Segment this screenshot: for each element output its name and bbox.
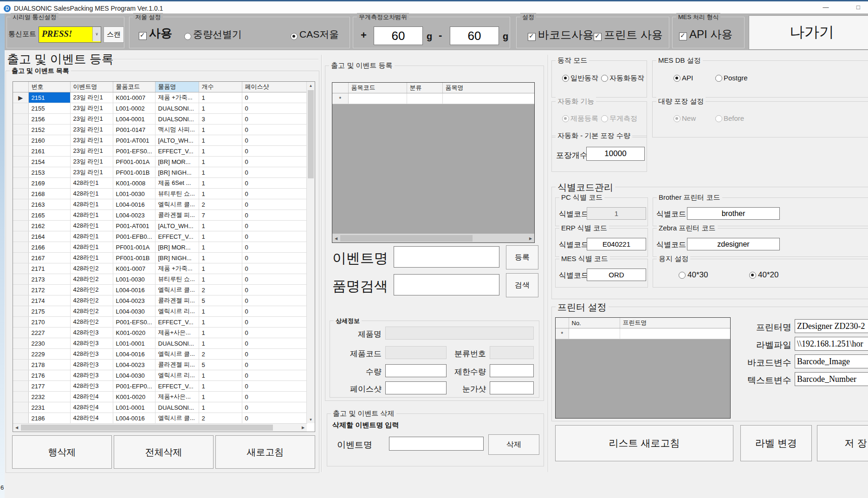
table-row[interactable]: 216023일 라인1P001-AT001[ALTO_WH...10 [13,135,307,146]
grid-cell[interactable]: 0 [242,328,307,338]
grid-cell[interactable]: L001-0030 [113,189,155,199]
grid-cell[interactable]: 0 [242,306,307,317]
grid-cell[interactable]: 1 [199,124,242,135]
grid-cell[interactable]: 2171 [28,263,70,274]
grid-cell[interactable]: 0 [242,370,307,381]
grid-cell[interactable]: [ALTO_WH... [155,135,199,146]
grid-cell[interactable]: 428라인1 [70,178,113,189]
grid-cell[interactable]: 1 [199,231,242,242]
grid-cell[interactable]: 1 [199,402,242,413]
grid-cell[interactable]: 0 [242,124,307,135]
grid-cell[interactable]: L001-0002 [113,103,155,114]
grid-cell[interactable]: 2167 [28,253,70,263]
search-button[interactable]: 검색 [506,273,538,297]
grid-cell[interactable]: 2229 [28,349,70,360]
table-row[interactable]: 2167428라인1PF001-001B[BR] NIGH...10 [13,253,307,263]
grid-cell[interactable]: 428라인1 [70,231,113,242]
table-row[interactable]: 215523일 라인1L001-0002DUALSONI...10 [13,103,307,114]
api-use-checkbox[interactable] [679,33,687,40]
grid-cell[interactable]: 0 [242,274,307,285]
register-button[interactable]: 등록 [506,245,538,269]
header-row-selector[interactable] [556,318,569,328]
row-selector[interactable] [13,263,28,274]
grid-cell[interactable]: 0 [242,242,307,253]
list-refresh-button[interactable]: 리스트 새로고침 [555,425,733,461]
grid-cell[interactable]: 2173 [28,274,70,285]
row-selector[interactable] [13,135,28,146]
grid-cell[interactable]: 2 [199,199,242,210]
grid-cell[interactable]: 23일 라인1 [70,157,113,167]
header-row-selector[interactable] [332,83,348,93]
grid-cell[interactable]: 428라인1 [70,199,113,210]
grid-cell[interactable]: 7 [199,210,242,221]
grid-cell[interactable]: 1 [199,157,242,167]
grid-cell[interactable]: [BR] MOR... [155,157,199,167]
grid-cell[interactable]: 1 [199,221,242,231]
grid-cell[interactable]: 3 [199,114,242,124]
table-row[interactable]: 2230428라인3L001-0001DUALSONI...10 [13,338,307,349]
grid-cell[interactable]: 2 [199,285,242,295]
grid-cell[interactable]: 1 [199,263,242,274]
grid-cell[interactable]: 2151 [28,92,70,103]
pack-count-input[interactable] [586,147,645,161]
grid-cell[interactable]: L004-0016 [113,349,155,360]
column-header-count[interactable]: 개수 [199,82,242,92]
row-selector[interactable] [13,381,28,392]
grid-cell[interactable]: DUALSONI... [155,103,199,114]
grid-cell[interactable]: 0 [242,349,307,360]
grid-cell[interactable]: DUALSONI... [155,402,199,413]
minimize-button[interactable]: — [816,1,836,13]
table-row[interactable]: 215223일 라인1P001-0147맥시멈 사피...10 [13,124,307,135]
grid-cell[interactable]: 1 [199,146,242,157]
grid-cell[interactable]: P001-0147 [113,124,155,135]
grid-cell[interactable]: L004-0030 [113,370,155,381]
grid-cell[interactable]: 2231 [28,402,70,413]
grid-cell[interactable]: 0 [242,167,307,178]
table-row[interactable]: 2177428라인3P001-EFP0...EFFECT_V...10 [13,381,307,392]
scroll-down-icon[interactable]: ▼ [307,416,315,423]
grid-cell[interactable]: 2175 [28,306,70,317]
scroll-right-icon[interactable]: ▶ [299,424,307,432]
grid-cell[interactable]: EFFECT_V... [155,317,199,328]
grid-cell[interactable]: L004-0001 [113,114,155,124]
grid-cell[interactable]: 2160 [28,135,70,146]
delete-button[interactable]: 삭제 [488,434,539,455]
row-selector[interactable] [13,402,28,413]
grid-cell[interactable]: [BR] MOR... [155,242,199,253]
grid-cell[interactable]: 428라인1 [70,242,113,253]
column-header-printname[interactable]: 프린트명 [620,318,730,328]
grid-cell[interactable]: 0 [242,210,307,221]
row-selector[interactable] [13,274,28,285]
grid-cell[interactable]: 428라인2 [70,274,113,285]
grid-cell[interactable]: 0 [242,360,307,370]
grid-cell[interactable]: 2168 [28,189,70,199]
table-row[interactable]: 2176428라인3L004-0030엘릭시르 리...10 [13,370,307,381]
grid-cell[interactable]: EFFECT_V... [155,146,199,157]
brother-id-input[interactable] [687,207,780,220]
grid-cell[interactable]: P001-EFP0... [113,381,155,392]
grid-cell[interactable]: 0 [242,295,307,306]
grid-cell[interactable]: 23일 라인1 [70,135,113,146]
row-selector[interactable] [13,114,28,124]
grid-cell[interactable]: 2152 [28,124,70,135]
grid-cell[interactable]: 엘릭시르 클... [155,199,199,210]
grid-cell[interactable]: 0 [242,253,307,263]
scroll-right-icon[interactable]: ▶ [527,234,534,242]
grid-cell[interactable]: 1 [199,306,242,317]
grid-cell[interactable]: 1 [199,189,242,199]
grid-cell[interactable]: 0 [242,178,307,189]
grid-cell[interactable] [348,93,407,104]
row-selector[interactable] [13,253,28,263]
row-selector[interactable] [13,328,28,338]
grid-cell[interactable]: 428라인3 [70,360,113,370]
row-selector[interactable] [13,370,28,381]
paper-40x30-radio[interactable] [679,272,686,279]
grid-cell[interactable]: 1 [199,103,242,114]
grid-cell[interactable]: L001-0030 [113,274,155,285]
grid-cell[interactable]: 뷰티루틴 쇼... [155,189,199,199]
grid-cell[interactable]: 0 [242,231,307,242]
bulk-before-radio[interactable] [715,115,722,122]
table-row[interactable]: 2178428라인3L004-0023콜라겐젤 피...50 [13,360,307,370]
grid-cell[interactable]: PF001-001A [113,242,155,253]
grid-cell[interactable]: 1 [199,381,242,392]
